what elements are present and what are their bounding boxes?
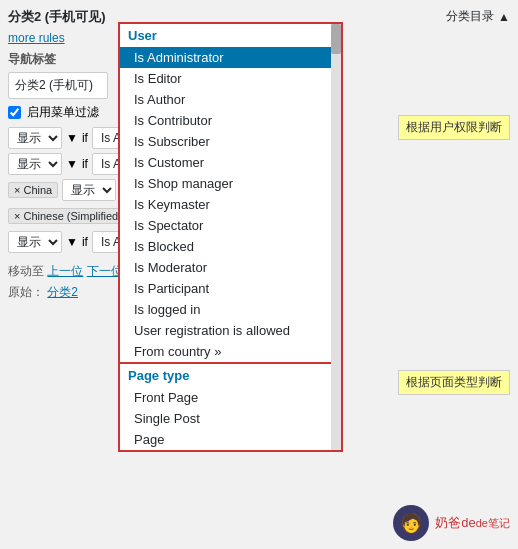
china-tag-label: China (23, 184, 52, 196)
rule5-if-label: if (82, 235, 88, 249)
dropdown-item-is-keymaster[interactable]: Is Keymaster (120, 194, 341, 215)
china-tag[interactable]: × China (8, 182, 58, 198)
chinese-tag-x[interactable]: × (14, 210, 20, 222)
dropdown-item-is-author[interactable]: Is Author (120, 89, 341, 110)
rule1-if-label: if (82, 131, 88, 145)
dropdown-item-is-spectator[interactable]: Is Spectator (120, 215, 341, 236)
dropdown-item-page[interactable]: Page (120, 429, 341, 450)
dropdown-item-is-subscriber[interactable]: Is Subscriber (120, 131, 341, 152)
chinese-tag[interactable]: × Chinese (Simplified) (8, 208, 128, 224)
dropdown-item-is-administrator[interactable]: Is Administrator (120, 47, 341, 68)
dropdown-item-is-moderator[interactable]: Is Moderator (120, 257, 341, 278)
cat-dir-label: 分类目录 (446, 8, 494, 25)
cat-dir-arrow: ▲ (498, 10, 510, 24)
dropdown-item-single-post[interactable]: Single Post (120, 408, 341, 429)
rule2-show-select[interactable]: 显示 (8, 153, 62, 175)
chinese-tag-label: Chinese (Simplified) (23, 210, 121, 222)
dropdown-pagetype-header: Page type (120, 364, 341, 387)
dropdown-item-from-country[interactable]: From country » (120, 341, 341, 362)
origin-label: 原始： (8, 285, 44, 299)
menu-filter-checkbox[interactable] (8, 106, 21, 119)
dropdown-item-is-participant[interactable]: Is Participant (120, 278, 341, 299)
rule1-show-select[interactable]: 显示 (8, 127, 62, 149)
move-up-link[interactable]: 上一位 (47, 264, 83, 278)
dropdown-item-front-page[interactable]: Front Page (120, 387, 341, 408)
page-title: 分类2 (手机可见) (8, 8, 106, 26)
move-label: 移动至 (8, 264, 47, 278)
logo-text: 奶爸dede笔记 (435, 514, 510, 532)
dropdown-item-is-customer[interactable]: Is Customer (120, 152, 341, 173)
rule3-show-select[interactable]: 显示 (62, 179, 116, 201)
dropdown-item-is-blocked[interactable]: Is Blocked (120, 236, 341, 257)
pagetype-callout: 根据页面类型判断 (398, 370, 510, 395)
rule2-if-label: if (82, 157, 88, 171)
dropdown-overlay: User Is Administrator Is Editor Is Autho… (118, 22, 343, 452)
dropdown-item-is-logged-in[interactable]: Is logged in (120, 299, 341, 320)
dropdown-item-is-contributor[interactable]: Is Contributor (120, 110, 341, 131)
nav-category-box[interactable]: 分类2 (手机可) (8, 72, 108, 99)
rule5-show-select[interactable]: 显示 (8, 231, 62, 253)
logo-area: 🧑 奶爸dede笔记 (393, 505, 510, 541)
china-tag-x[interactable]: × (14, 184, 20, 196)
more-rules-link[interactable]: more rules (8, 31, 65, 45)
logo-icon: 🧑 (393, 505, 429, 541)
user-callout: 根据用户权限判断 (398, 115, 510, 140)
dropdown-item-is-editor[interactable]: Is Editor (120, 68, 341, 89)
dropdown-user-header: User (120, 24, 341, 47)
dropdown-item-is-shop-manager[interactable]: Is Shop manager (120, 173, 341, 194)
menu-filter-label: 启用菜单过滤 (27, 104, 99, 121)
dropdown-item-user-registration[interactable]: User registration is allowed (120, 320, 341, 341)
origin-link[interactable]: 分类2 (47, 285, 78, 299)
